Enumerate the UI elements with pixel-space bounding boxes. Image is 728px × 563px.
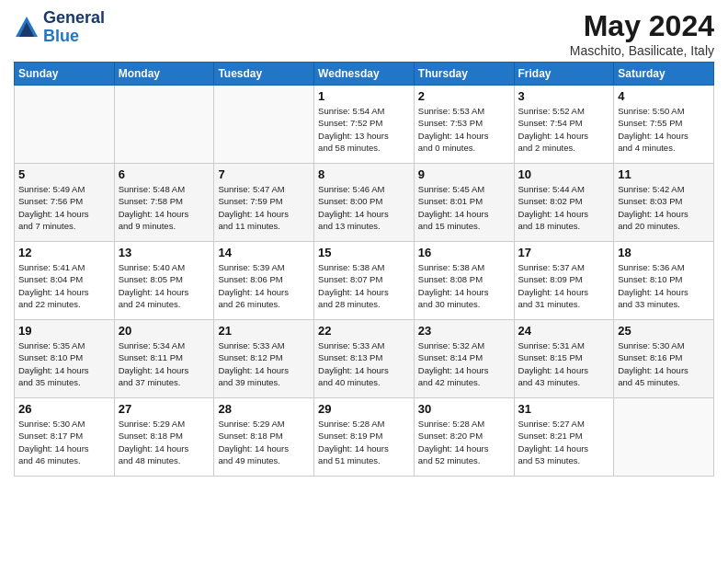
calendar-day-cell: 4Sunrise: 5:50 AM Sunset: 7:55 PM Daylig…: [614, 86, 714, 164]
day-number: 9: [418, 167, 510, 181]
calendar-day-cell: 27Sunrise: 5:29 AM Sunset: 8:18 PM Dayli…: [114, 398, 214, 477]
day-of-week-header: Monday: [114, 63, 214, 86]
day-number: 16: [418, 246, 510, 259]
day-number: 4: [618, 89, 710, 103]
day-number: 3: [518, 89, 610, 103]
calendar-day-cell: 12Sunrise: 5:41 AM Sunset: 8:04 PM Dayli…: [15, 242, 115, 320]
day-info: Sunrise: 5:52 AM Sunset: 7:54 PM Dayligh…: [518, 105, 610, 154]
calendar-day-cell: 30Sunrise: 5:28 AM Sunset: 8:20 PM Dayli…: [414, 398, 514, 477]
day-number: 2: [418, 89, 510, 103]
calendar-day-cell: 10Sunrise: 5:44 AM Sunset: 8:02 PM Dayli…: [514, 164, 614, 242]
logo-text: General Blue: [43, 9, 105, 46]
day-number: 29: [318, 402, 410, 416]
day-number: 22: [318, 324, 410, 338]
day-info: Sunrise: 5:42 AM Sunset: 8:03 PM Dayligh…: [618, 183, 710, 232]
day-of-week-header: Thursday: [414, 63, 514, 86]
day-of-week-header: Wednesday: [314, 63, 415, 86]
calendar-week-row: 5Sunrise: 5:49 AM Sunset: 7:56 PM Daylig…: [15, 164, 714, 242]
calendar-day-cell: 6Sunrise: 5:48 AM Sunset: 7:58 PM Daylig…: [114, 164, 214, 242]
day-number: 13: [119, 246, 210, 259]
day-number: 14: [218, 246, 310, 259]
calendar-day-cell: 2Sunrise: 5:53 AM Sunset: 7:53 PM Daylig…: [414, 86, 514, 164]
calendar-header-row: SundayMondayTuesdayWednesdayThursdayFrid…: [15, 63, 714, 86]
day-info: Sunrise: 5:29 AM Sunset: 8:18 PM Dayligh…: [119, 418, 210, 466]
day-number: 27: [119, 402, 210, 416]
day-info: Sunrise: 5:27 AM Sunset: 8:21 PM Dayligh…: [518, 418, 610, 466]
day-number: 20: [119, 324, 210, 338]
day-number: 23: [418, 324, 510, 338]
day-number: 18: [618, 246, 710, 259]
calendar-day-cell: 19Sunrise: 5:35 AM Sunset: 8:10 PM Dayli…: [15, 320, 115, 398]
calendar-day-cell: 28Sunrise: 5:29 AM Sunset: 8:18 PM Dayli…: [214, 398, 314, 477]
day-info: Sunrise: 5:54 AM Sunset: 7:52 PM Dayligh…: [318, 105, 410, 154]
day-info: Sunrise: 5:38 AM Sunset: 8:08 PM Dayligh…: [418, 261, 510, 310]
calendar-day-cell: [114, 86, 214, 164]
day-of-week-header: Saturday: [614, 63, 714, 86]
day-info: Sunrise: 5:39 AM Sunset: 8:06 PM Dayligh…: [218, 261, 310, 310]
calendar-day-cell: 15Sunrise: 5:38 AM Sunset: 8:07 PM Dayli…: [314, 242, 415, 320]
day-info: Sunrise: 5:30 AM Sunset: 8:17 PM Dayligh…: [18, 418, 110, 466]
day-info: Sunrise: 5:37 AM Sunset: 8:09 PM Dayligh…: [518, 261, 610, 310]
calendar-day-cell: 3Sunrise: 5:52 AM Sunset: 7:54 PM Daylig…: [514, 86, 614, 164]
day-number: 10: [518, 167, 610, 181]
day-info: Sunrise: 5:33 AM Sunset: 8:12 PM Dayligh…: [218, 339, 310, 388]
day-info: Sunrise: 5:48 AM Sunset: 7:58 PM Dayligh…: [119, 183, 210, 232]
day-number: 19: [18, 324, 110, 338]
day-info: Sunrise: 5:49 AM Sunset: 7:56 PM Dayligh…: [18, 183, 110, 232]
day-number: 24: [518, 324, 610, 338]
day-number: 21: [218, 324, 310, 338]
day-info: Sunrise: 5:31 AM Sunset: 8:15 PM Dayligh…: [518, 339, 610, 388]
day-info: Sunrise: 5:47 AM Sunset: 7:59 PM Dayligh…: [218, 183, 310, 232]
day-number: 17: [518, 246, 610, 259]
day-number: 31: [518, 402, 610, 416]
day-info: Sunrise: 5:32 AM Sunset: 8:14 PM Dayligh…: [418, 339, 510, 388]
day-number: 1: [318, 89, 410, 103]
calendar-week-row: 26Sunrise: 5:30 AM Sunset: 8:17 PM Dayli…: [15, 398, 714, 477]
day-info: Sunrise: 5:41 AM Sunset: 8:04 PM Dayligh…: [18, 261, 110, 310]
day-info: Sunrise: 5:45 AM Sunset: 8:01 PM Dayligh…: [418, 183, 510, 232]
calendar-day-cell: 9Sunrise: 5:45 AM Sunset: 8:01 PM Daylig…: [414, 164, 514, 242]
title-block: May 2024 Maschito, Basilicate, Italy: [570, 9, 714, 58]
calendar-day-cell: 21Sunrise: 5:33 AM Sunset: 8:12 PM Dayli…: [214, 320, 314, 398]
calendar-day-cell: 26Sunrise: 5:30 AM Sunset: 8:17 PM Dayli…: [15, 398, 115, 477]
calendar-day-cell: 16Sunrise: 5:38 AM Sunset: 8:08 PM Dayli…: [414, 242, 514, 320]
day-info: Sunrise: 5:28 AM Sunset: 8:20 PM Dayligh…: [418, 418, 510, 466]
day-info: Sunrise: 5:44 AM Sunset: 8:02 PM Dayligh…: [518, 183, 610, 232]
day-info: Sunrise: 5:33 AM Sunset: 8:13 PM Dayligh…: [318, 339, 410, 388]
day-number: 11: [618, 167, 710, 181]
logo: General Blue: [14, 9, 105, 46]
day-number: 25: [618, 324, 710, 338]
calendar-day-cell: 29Sunrise: 5:28 AM Sunset: 8:19 PM Dayli…: [314, 398, 415, 477]
calendar-day-cell: 23Sunrise: 5:32 AM Sunset: 8:14 PM Dayli…: [414, 320, 514, 398]
day-info: Sunrise: 5:50 AM Sunset: 7:55 PM Dayligh…: [618, 105, 710, 154]
calendar-day-cell: 17Sunrise: 5:37 AM Sunset: 8:09 PM Dayli…: [514, 242, 614, 320]
calendar-day-cell: 25Sunrise: 5:30 AM Sunset: 8:16 PM Dayli…: [614, 320, 714, 398]
calendar-day-cell: 18Sunrise: 5:36 AM Sunset: 8:10 PM Dayli…: [614, 242, 714, 320]
logo-icon: [14, 15, 40, 40]
calendar-day-cell: 24Sunrise: 5:31 AM Sunset: 8:15 PM Dayli…: [514, 320, 614, 398]
calendar-day-cell: 7Sunrise: 5:47 AM Sunset: 7:59 PM Daylig…: [214, 164, 314, 242]
day-number: 5: [18, 167, 110, 181]
day-info: Sunrise: 5:29 AM Sunset: 8:18 PM Dayligh…: [218, 418, 310, 466]
calendar-day-cell: 22Sunrise: 5:33 AM Sunset: 8:13 PM Dayli…: [314, 320, 415, 398]
day-info: Sunrise: 5:38 AM Sunset: 8:07 PM Dayligh…: [318, 261, 410, 310]
calendar-day-cell: 1Sunrise: 5:54 AM Sunset: 7:52 PM Daylig…: [314, 86, 415, 164]
day-of-week-header: Sunday: [15, 63, 115, 86]
calendar-week-row: 1Sunrise: 5:54 AM Sunset: 7:52 PM Daylig…: [15, 86, 714, 164]
page-header: General Blue May 2024 Maschito, Basilica…: [14, 9, 714, 58]
day-number: 30: [418, 402, 510, 416]
day-number: 26: [18, 402, 110, 416]
day-info: Sunrise: 5:40 AM Sunset: 8:05 PM Dayligh…: [119, 261, 210, 310]
calendar-day-cell: [214, 86, 314, 164]
day-number: 28: [218, 402, 310, 416]
calendar-title: May 2024: [570, 9, 714, 43]
day-of-week-header: Friday: [514, 63, 614, 86]
calendar-subtitle: Maschito, Basilicate, Italy: [570, 43, 714, 58]
calendar-day-cell: 31Sunrise: 5:27 AM Sunset: 8:21 PM Dayli…: [514, 398, 614, 477]
calendar-day-cell: 13Sunrise: 5:40 AM Sunset: 8:05 PM Dayli…: [114, 242, 214, 320]
calendar-table: SundayMondayTuesdayWednesdayThursdayFrid…: [14, 62, 714, 477]
day-of-week-header: Tuesday: [214, 63, 314, 86]
day-number: 8: [318, 167, 410, 181]
day-info: Sunrise: 5:35 AM Sunset: 8:10 PM Dayligh…: [18, 339, 110, 388]
calendar-week-row: 19Sunrise: 5:35 AM Sunset: 8:10 PM Dayli…: [15, 320, 714, 398]
